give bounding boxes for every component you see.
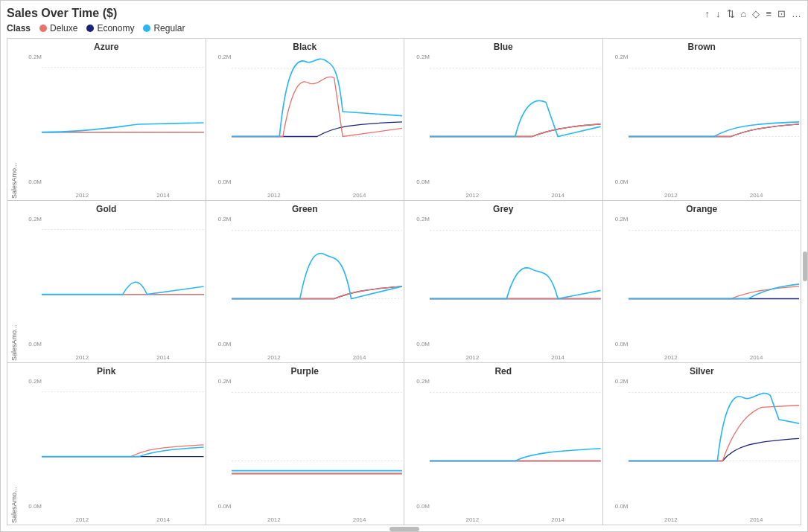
chart-inner: 0.2M 0.0M 2012 2014 [208,378,403,523]
y-tick-top: 0.2M [605,378,629,385]
chart-cell-green: Green 0.2M 0.0M 2012 [206,201,405,363]
x-tick-2012: 2012 [664,354,678,361]
x-tick-2012: 2012 [664,516,678,523]
chart-cell-purple: Purple 0.2M 0.0M 2012 [206,363,405,525]
y-tick-area: 0.2M 0.0M [406,54,430,185]
economy-line [629,124,800,137]
x-tick-2012: 2012 [267,354,281,361]
expand-icon[interactable]: ⊡ [777,8,786,19]
x-tick-2014: 2014 [353,516,366,523]
chart-area-purple: 0.2M 0.0M 2012 2014 [208,378,403,523]
y-tick-bottom: 0.0M [605,179,629,185]
y-tick-top: 0.2M [406,54,430,60]
economy-label: Economy [97,23,134,33]
cell-title-red: Red [406,366,601,376]
chart-cell-azure: Azure SalesAmo... 0.2M 0.0M 20 [7,39,206,201]
regular-line [232,253,403,298]
chart-inner: 0.2M 0.0M 2012 2014 [18,216,204,361]
chart-svg [629,54,800,151]
chart-area-red: 0.2M 0.0M 2012 2014 [406,378,601,523]
regular-line [42,282,204,294]
x-tick-2014: 2014 [750,516,763,523]
regular-label: Regular [153,23,185,33]
cell-title-gold: Gold [9,204,204,214]
y-tick-top: 0.2M [208,216,232,222]
x-tick-2012: 2012 [465,192,479,199]
chart-svg [629,378,800,475]
x-tick-2014: 2014 [750,192,763,199]
chart-cell-gold: Gold SalesAmo... 0.2M 0.0M 201 [7,201,206,363]
vertical-scrollbar[interactable] [803,251,807,281]
regular-line [42,447,204,457]
chart-cell-pink: Pink SalesAmo... 0.2M 0.0M 201 [7,363,206,525]
more-icon[interactable]: … [792,8,801,19]
chart-cell-grey: Grey 0.2M 0.0M 2012 [404,201,603,363]
toolbar: ↑ ↓ ⇅ ⌂ ◇ ≡ ⊡ … [705,8,801,19]
regular-line [430,100,601,136]
economy-line [629,438,800,461]
cell-title-grey: Grey [406,204,601,214]
chart-cell-silver: Silver 0.2M 0.0M 2012 [603,363,802,525]
x-tick-2014: 2014 [156,354,170,361]
chart-area-green: 0.2M 0.0M 2012 2014 [208,216,403,361]
chart-area-grey: 0.2M 0.0M 2012 2014 [406,216,601,361]
x-axis-area: 2012 2014 [42,510,204,523]
chart-area-black: 0.2M 0.0M 2012 2014 [208,54,403,199]
y-tick-top: 0.2M [406,216,430,222]
regular-line [629,122,800,137]
sort-both-icon[interactable]: ⇅ [727,8,735,19]
chart-cell-black: Black 0.2M 0.0M 2012 [206,39,405,201]
y-tick-top: 0.2M [406,378,430,385]
chart-svg [42,54,204,146]
y-tick-top: 0.2M [18,378,42,385]
y-tick-top: 0.2M [208,378,232,385]
chart-svg [42,378,204,470]
x-tick-2014: 2014 [156,192,170,199]
y-tick-area: 0.2M 0.0M [208,216,232,347]
y-axis-label: SalesAmo... [9,216,18,361]
legend-row: Class Deluxe Economy Regular [7,23,801,33]
y-tick-bottom: 0.0M [208,341,232,347]
diamond-icon[interactable]: ◇ [752,8,760,19]
chart-area-silver: 0.2M 0.0M 2012 2014 [605,378,800,523]
cell-title-brown: Brown [605,42,800,52]
sort-asc-icon[interactable]: ↑ [705,8,710,19]
deluxe-dot [39,25,47,32]
regular-line [629,393,800,461]
chart-svg [42,216,204,308]
y-tick-area: 0.2M 0.0M [406,378,430,510]
deluxe-label: Deluxe [50,23,77,33]
y-tick-area: 0.2M 0.0M [18,54,42,185]
home-icon[interactable]: ⌂ [741,8,747,19]
chart-svg [430,54,601,151]
x-tick-2012: 2012 [75,516,89,523]
x-tick-2012: 2012 [267,516,281,523]
x-tick-2014: 2014 [353,354,366,361]
y-tick-area: 0.2M 0.0M [208,378,232,510]
chart-inner: 0.2M 0.0M 2012 2014 [18,378,204,523]
y-tick-top: 0.2M [605,216,629,222]
deluxe-line [629,124,800,137]
y-tick-bottom: 0.0M [208,179,232,185]
y-tick-area: 0.2M 0.0M [208,54,232,185]
x-tick-2012: 2012 [75,354,89,361]
x-axis-area: 2012 2014 [629,185,800,199]
menu-icon[interactable]: ≡ [766,8,772,19]
deluxe-line [629,406,800,461]
x-axis-area: 2012 2014 [232,347,403,361]
x-tick-2012: 2012 [664,192,678,199]
y-tick-area: 0.2M 0.0M [605,54,629,185]
sort-desc-icon[interactable]: ↓ [716,8,721,19]
x-axis-area: 2012 2014 [430,510,601,523]
horizontal-scrollbar[interactable] [389,527,419,531]
x-tick-2012: 2012 [465,354,479,361]
chart-area-orange: 0.2M 0.0M 2012 2014 [605,216,800,361]
chart-svg [232,378,403,475]
chart-svg [232,216,403,313]
chart-svg [629,216,800,313]
y-tick-top: 0.2M [208,54,232,60]
x-axis-area: 2012 2014 [232,510,403,523]
cell-title-pink: Pink [9,366,204,376]
chart-grid: Azure SalesAmo... 0.2M 0.0M 20 [7,38,801,525]
chart-inner: 0.2M 0.0M 2012 2014 [208,54,403,199]
